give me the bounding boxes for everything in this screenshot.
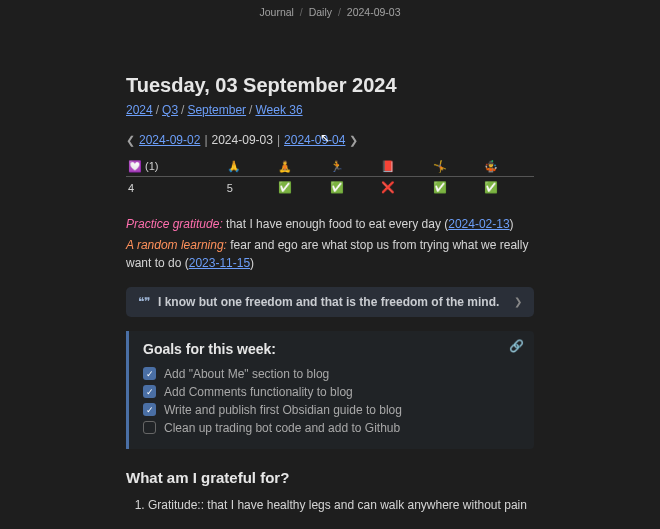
goal-item[interactable]: Clean up trading bot code and add to Git… (143, 419, 520, 437)
chevron-right-icon[interactable]: ❯ (349, 134, 358, 146)
habit-col-meditate: 🧘 (276, 157, 328, 177)
goal-item[interactable]: ✓ Write and publish first Obsidian guide… (143, 401, 520, 419)
quote-icon: ❝❞ (138, 295, 150, 309)
page-content: Tuesday, 03 September 2024 2024/Q3/Septe… (0, 18, 660, 529)
grateful-item: Gratitude:: that I have healthy legs and… (148, 496, 534, 514)
paren-close: ) (510, 217, 514, 231)
link-year[interactable]: 2024 (126, 103, 153, 117)
checkbox-checked-icon[interactable]: ✓ (143, 367, 156, 380)
random-learning-link[interactable]: 2023-11-15 (189, 256, 250, 270)
habit-col-stretch: 🤸 (431, 157, 483, 177)
grateful-list: Gratitude:: that I have healthy legs and… (126, 496, 534, 514)
checkbox-unchecked-icon[interactable] (143, 421, 156, 434)
breadcrumb-sep: / (338, 6, 341, 18)
practice-gratitude-text: that I have enough food to eat every day… (223, 217, 449, 231)
breadcrumb-date[interactable]: 2024-09-03 (347, 6, 401, 18)
page-title: Tuesday, 03 September 2024 (126, 74, 534, 97)
habit-col-read: 📕 (379, 157, 431, 177)
breadcrumb-sep: / (300, 6, 303, 18)
checkbox-checked-icon[interactable]: ✓ (143, 403, 156, 416)
prev-day-link[interactable]: 2024-09-02 (139, 133, 200, 147)
habit-col-pray: 🙏 (225, 157, 277, 177)
habit-header-row: 💟 (1) 🙏 🧘 🏃 📕 🤸 🤹 (126, 157, 534, 177)
habit-val: ✅ (482, 177, 534, 198)
practice-gratitude-lead: Practice gratitude: (126, 217, 223, 231)
quote-callout[interactable]: ❝❞ I know but one freedom and that is th… (126, 287, 534, 317)
section-grateful-heading: What am I grateful for? (126, 469, 534, 486)
goals-block: 🔗 Goals for this week: ✓ Add "About Me" … (126, 331, 534, 449)
goal-text: Write and publish first Obsidian guide t… (164, 403, 402, 417)
link-icon[interactable]: 🔗 (509, 339, 524, 353)
goal-text: Add "About Me" section to blog (164, 367, 329, 381)
habit-col-run: 🏃 (328, 157, 380, 177)
link-month[interactable]: September (187, 103, 246, 117)
habit-val: ✅ (328, 177, 380, 198)
habit-val: ❌ (379, 177, 431, 198)
paren-close: ) (250, 256, 254, 270)
goals-heading: Goals for this week: (143, 341, 520, 357)
habit-val: ✅ (431, 177, 483, 198)
checkbox-checked-icon[interactable]: ✓ (143, 385, 156, 398)
random-learning-line: A random learning: fear and ego are what… (126, 236, 534, 273)
practice-gratitude-link[interactable]: 2024-02-13 (448, 217, 509, 231)
breadcrumb-journal[interactable]: Journal (259, 6, 293, 18)
day-nav: ❮2024-09-02|2024-09-03|2024-09-04❯ (126, 133, 534, 147)
habit-col-heart: 💟 (1) (126, 157, 225, 177)
next-day-link[interactable]: 2024-09-04 (284, 133, 345, 147)
link-quarter[interactable]: Q3 (162, 103, 178, 117)
chevron-left-icon[interactable]: ❮ (126, 134, 135, 146)
chevron-right-icon: ❯ (514, 296, 522, 307)
date-nav-links: 2024/Q3/September/Week 36 (126, 103, 534, 117)
breadcrumb-daily[interactable]: Daily (309, 6, 332, 18)
habit-val: ✅ (276, 177, 328, 198)
habit-val: 5 (225, 177, 277, 198)
goal-text: Add Comments functionality to blog (164, 385, 353, 399)
random-learning-lead: A random learning: (126, 238, 227, 252)
goal-item[interactable]: ✓ Add Comments functionality to blog (143, 383, 520, 401)
goal-text: Clean up trading bot code and add to Git… (164, 421, 400, 435)
practice-gratitude-line: Practice gratitude: that I have enough f… (126, 215, 534, 234)
breadcrumb: Journal / Daily / 2024-09-03 (0, 0, 660, 18)
link-week[interactable]: Week 36 (255, 103, 302, 117)
habit-value-row: 4 5 ✅ ✅ ❌ ✅ ✅ (126, 177, 534, 198)
current-day: 2024-09-03 (212, 133, 273, 147)
habit-table: 💟 (1) 🙏 🧘 🏃 📕 🤸 🤹 4 5 ✅ ✅ ❌ ✅ ✅ (126, 157, 534, 197)
habit-val: 4 (126, 177, 225, 198)
goal-item[interactable]: ✓ Add "About Me" section to blog (143, 365, 520, 383)
quote-text: I know but one freedom and that is the f… (158, 295, 499, 309)
habit-col-juggle: 🤹 (482, 157, 534, 177)
